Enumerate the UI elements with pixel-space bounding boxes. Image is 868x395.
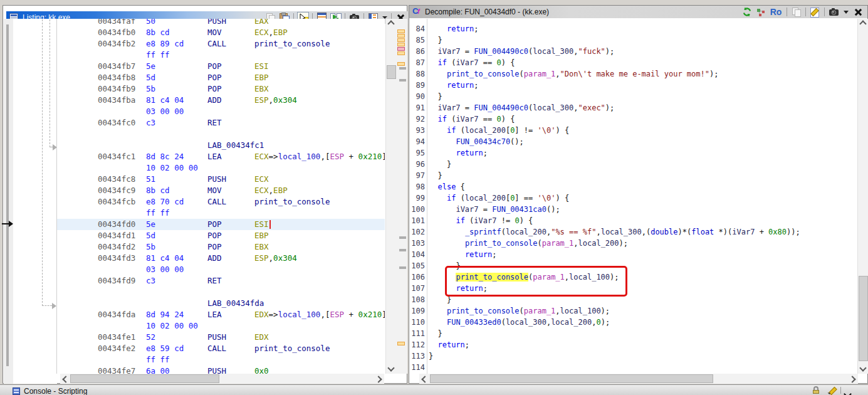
decompile-vscroll-thumb[interactable] [859, 276, 868, 361]
scroll-left-icon[interactable] [63, 377, 68, 382]
decompile-line[interactable]: 98 else { [409, 181, 857, 192]
rename-ro-icon[interactable]: Ro [768, 6, 783, 18]
decompile-line[interactable]: 103 print_to_console(param_1,local_200); [409, 238, 857, 249]
listing-row[interactable]: ff ff [57, 208, 385, 219]
overview-marker[interactable] [399, 236, 406, 239]
decompile-vscrollbar[interactable] [857, 19, 868, 374]
listing-row[interactable]: 00434fb85dPOPEBP [57, 72, 385, 83]
listing-row[interactable]: 00434fb75ePOPESI [57, 61, 385, 72]
listing-row[interactable]: 00434fc851PUSHECX [57, 174, 385, 185]
re-decompile-icon[interactable] [741, 6, 753, 18]
decompile-line[interactable]: 97 } [409, 170, 857, 181]
decompile-line[interactable]: 84 return; [409, 23, 857, 34]
console-panel-header[interactable]: Console - Scripting [0, 384, 868, 395]
overview-marker[interactable] [397, 51, 405, 55]
decompile-line[interactable]: 109 print_to_console(param_1,local_100); [409, 305, 857, 317]
listing-label-row[interactable]: LAB_00434fc1 [57, 140, 385, 151]
listing-row[interactable]: 10 02 00 00 [57, 162, 385, 174]
listing-row[interactable]: 00434fda8d 94 24LEAEDX=>local_100,[ESP +… [57, 309, 385, 320]
overview-marker[interactable] [397, 342, 405, 345]
listing-row[interactable]: 00434fd25bPOPEBX [57, 241, 385, 253]
decompile-line[interactable]: 94 FUN_00434c70(); [409, 136, 857, 147]
decompile-line[interactable]: 110 FUN_00433ed0(local_300,local_200,0); [409, 317, 857, 328]
overview-marker[interactable] [399, 67, 406, 70]
listing-row[interactable]: 00434fd381 c4 04ADDESP,0x304 [57, 253, 385, 264]
more-dropdown-icon[interactable] [842, 6, 850, 18]
graph-icon[interactable] [755, 6, 766, 18]
listing-row[interactable]: 03 00 00 [57, 106, 385, 117]
scroll-up-icon[interactable] [389, 21, 394, 26]
overview-marker[interactable] [397, 43, 405, 46]
decompile-line[interactable]: 100 iVar7 = FUN_00431ca0(); [409, 204, 857, 215]
collapse-chevron-icon[interactable] [845, 388, 850, 395]
decompile-line[interactable]: 93 if (local_200[0] != '\0') { [409, 125, 857, 136]
decompile-line[interactable]: 91 iVar7 = FUN_004490c0(local_300,"exec"… [409, 102, 857, 113]
listing-row[interactable]: 10 02 00 00 [57, 320, 385, 332]
listing-row[interactable]: 00434fb08b cdMOVECX,EBP [57, 27, 385, 38]
overview-marker[interactable] [399, 249, 406, 251]
decompile-line[interactable]: 102 _sprintf(local_200,"%s == %f",local_… [409, 226, 857, 238]
listing-row[interactable]: 00434fc98b cdMOVECX,EBP [57, 185, 385, 196]
decompile-content[interactable]: 84 return;85 }86 iVar7 = FUN_004490c0(lo… [409, 19, 857, 374]
decompile-titlebar[interactable]: C f Decompile: FUN_00434df0 - (kk.exe) [409, 6, 867, 18]
listing-row[interactable]: 00434fcbe8 70 cdCALLprint_to_console [57, 196, 385, 208]
decompile-line[interactable]: 92 if (iVar7 == 0) { [409, 113, 857, 125]
listing-row[interactable]: 00434fc0c3RET [57, 117, 385, 129]
decompile-line[interactable]: 86 iVar7 = FUN_004490c0(local_300,"fuck"… [409, 46, 857, 57]
listing-row[interactable]: 00434fd05ePOPESI [57, 219, 385, 230]
copy-icon[interactable] [790, 6, 802, 18]
listing-row[interactable]: ff ff [57, 50, 385, 61]
listing-row[interactable]: 00434fd9c3RET [57, 275, 385, 287]
decompile-line[interactable]: 113} [409, 350, 857, 362]
snapshot-camera-icon[interactable] [828, 6, 840, 18]
decompile-line[interactable]: 104 return; [409, 249, 857, 260]
overview-marker[interactable] [399, 266, 406, 269]
scroll-right-icon[interactable] [376, 377, 381, 382]
overview-marker[interactable] [397, 38, 405, 42]
listing-marker-margin[interactable] [396, 19, 407, 374]
decompile-line[interactable]: 88 print_to_console(param_1,"Don\'t make… [409, 68, 857, 80]
overview-marker[interactable] [397, 62, 405, 66]
scroll-up-icon[interactable] [860, 21, 865, 26]
listing-row[interactable]: 00434fd15dPOPEBP [57, 230, 385, 241]
listing-row[interactable]: 00434fb2e8 89 cdCALLprint_to_console [57, 38, 385, 50]
listing-row[interactable]: 00434fba81 c4 04ADDESP,0x304 [57, 95, 385, 106]
edit-icon[interactable] [809, 6, 821, 18]
overview-marker[interactable] [397, 34, 405, 38]
decompile-line[interactable]: 114 [409, 362, 857, 373]
listing-vscrollbar[interactable] [385, 19, 397, 374]
listing-row[interactable]: ff ff [57, 354, 385, 366]
listing-row[interactable]: 00434fe76a 00PUSH0x0 [57, 366, 385, 374]
decompile-line[interactable]: 85 } [409, 34, 857, 46]
listing-row[interactable]: 00434faf50PUSHEAX [57, 19, 385, 27]
listing-vscroll-thumb[interactable] [387, 65, 396, 79]
decompile-line[interactable]: 89 return; [409, 80, 857, 91]
listing-row[interactable]: 00434fe152PUSHEDX [57, 332, 385, 343]
scroll-down-icon[interactable] [389, 366, 394, 371]
decompile-line[interactable]: 95 return; [409, 147, 857, 159]
listing-label-row[interactable]: LAB_00434fda [57, 298, 385, 309]
listing-row[interactable]: 03 00 00 [57, 264, 385, 275]
listing-content[interactable]: 00434faf50PUSHEAX00434fb08b cdMOVECX,EBP… [57, 19, 385, 374]
decompile-line[interactable]: 90 } [409, 91, 857, 102]
decompile-line[interactable]: 101 if (iVar7 != 0) { [409, 215, 857, 226]
decompile-hscrollbar[interactable] [419, 374, 858, 384]
decompile-hscroll-thumb[interactable] [430, 374, 713, 383]
listing-hscroll-thumb[interactable] [70, 374, 219, 383]
overview-marker[interactable] [397, 29, 405, 33]
close-icon[interactable] [852, 6, 864, 18]
scroll-right-icon[interactable] [850, 377, 855, 382]
decompile-line[interactable]: 96 } [409, 159, 857, 170]
overview-marker[interactable] [397, 47, 405, 51]
decompile-line[interactable]: 112 return; [409, 339, 857, 350]
scroll-left-icon[interactable] [422, 377, 427, 382]
listing-row[interactable]: 00434fe2e8 59 cdCALLprint_to_console [57, 343, 385, 354]
listing-hscrollbar[interactable] [60, 374, 384, 384]
decompile-line[interactable]: 87 if (iVar7 == 0) { [409, 57, 857, 68]
listing-row[interactable]: 00434fb95bPOPEBX [57, 83, 385, 95]
scroll-down-icon[interactable] [860, 366, 865, 371]
lock-icon[interactable] [812, 386, 820, 394]
listing-row[interactable] [57, 129, 385, 140]
decompile-line[interactable]: 111 } [409, 328, 857, 339]
listing-row[interactable]: 00434fc18d 8c 24LEAECX=>local_100,[ESP +… [57, 151, 385, 162]
